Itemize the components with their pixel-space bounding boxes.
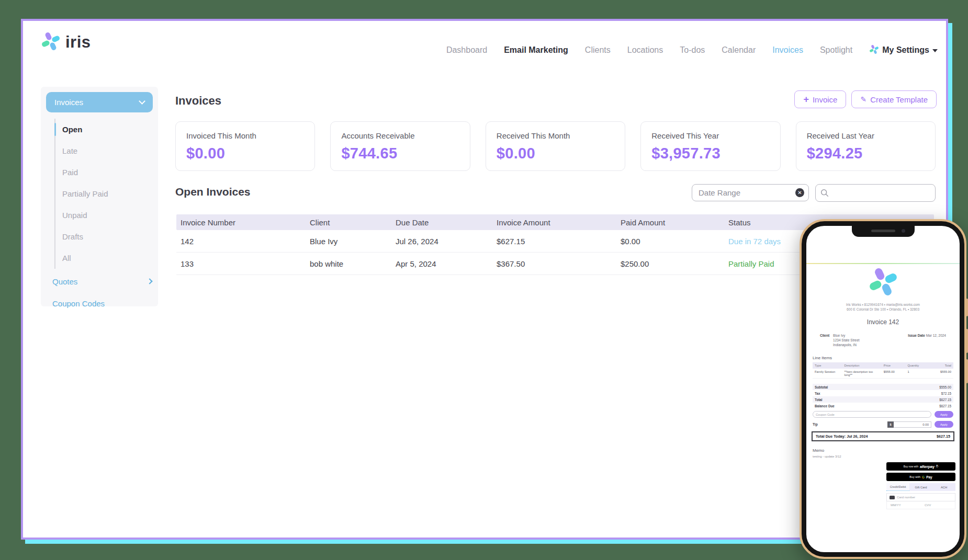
stat-card-accounts-receivable: Accounts Receivable $744.65 — [330, 121, 470, 171]
nav-spotlight[interactable]: Spotlight — [820, 45, 852, 55]
coupon-apply-button[interactable]: Apply — [935, 411, 953, 418]
gpay-button[interactable]: Buy with G Pay — [886, 473, 955, 481]
col-client: Client — [306, 218, 391, 227]
my-settings-menu[interactable]: My Settings — [869, 44, 938, 56]
create-template-button[interactable]: ✎ Create Template — [851, 90, 937, 108]
nav-email-marketing[interactable]: Email Marketing — [504, 45, 568, 55]
client-address: Blue Ivy 1234 State Street Indianapolis,… — [833, 333, 860, 347]
sidebar-item-all[interactable]: All — [55, 247, 158, 269]
invoice-top-accent-line — [806, 263, 960, 264]
nav-invoices[interactable]: Invoices — [772, 45, 803, 55]
clear-date-range-icon[interactable]: ✕ — [795, 188, 804, 197]
client-address1: 1234 State Street — [833, 338, 860, 342]
nav-clients[interactable]: Clients — [585, 45, 611, 55]
business-contact-info: Iris Works • 8129941674 • maria@iris-wor… — [806, 302, 960, 312]
stat-card-received-last-year: Received Last Year $294.25 — [796, 121, 936, 171]
tip-apply-button[interactable]: Apply — [935, 421, 953, 428]
cell-invoice-number: 133 — [176, 259, 306, 268]
new-invoice-label: Invoice — [813, 95, 838, 104]
expiry-cvv-row — [886, 501, 955, 509]
li-col-description: Description — [842, 362, 881, 369]
card-number-field — [886, 493, 955, 501]
stat-label: Invoiced This Month — [186, 131, 304, 140]
plus-icon: + — [803, 95, 809, 104]
tip-entry: $ Apply — [887, 421, 953, 428]
total-value: $627.15 — [939, 398, 951, 402]
line-items-header: Type Description Price Quantity Total — [813, 362, 953, 369]
sidebar-item-quotes[interactable]: Quotes — [52, 272, 152, 291]
top-nav: Dashboard Email Marketing Clients Locati… — [446, 44, 938, 56]
subtotal-value: $555.00 — [939, 385, 951, 389]
coupon-code-input[interactable] — [813, 411, 931, 418]
memo-section: Memo testing - update 3/12 — [813, 448, 953, 458]
phone-screen: Iris Works • 8129941674 • maria@iris-wor… — [806, 226, 960, 552]
balance-due-value: $627.15 — [939, 404, 951, 408]
tab-gift-card[interactable]: Gift Card — [909, 483, 932, 491]
tax-row: Tax $72.15 — [813, 390, 953, 396]
total-due-value: $627.15 — [937, 434, 950, 439]
invoices-sidebar: Invoices Open Late Paid Partially Paid U… — [41, 87, 158, 306]
sidebar-item-unpaid[interactable]: Unpaid — [55, 204, 158, 226]
sidebar-header-label: Invoices — [54, 98, 83, 107]
client-address2: Indianapolis, IN — [833, 342, 860, 347]
client-label: Client — [820, 333, 829, 347]
sidebar-item-late[interactable]: Late — [55, 140, 158, 162]
nav-calendar[interactable]: Calendar — [722, 45, 756, 55]
invoice-number-title: Invoice 142 — [806, 318, 960, 326]
sidebar-item-paid[interactable]: Paid — [55, 162, 158, 183]
expiry-input[interactable] — [887, 501, 921, 509]
date-range-filter: ✕ — [692, 184, 809, 202]
tip-amount-input[interactable] — [894, 421, 931, 428]
total-due-label: Total Due Today: Jul 26, 2024 — [816, 434, 868, 439]
new-invoice-button[interactable]: + Invoice — [794, 90, 846, 108]
phone-power-button — [966, 359, 968, 383]
open-invoices-title: Open Invoices — [175, 186, 251, 198]
tab-credit-debit[interactable]: Credit/Debit — [886, 483, 909, 491]
nav-dashboard[interactable]: Dashboard — [446, 45, 487, 55]
stat-label: Received Last Year — [807, 131, 925, 140]
business-line1: Iris Works • 8129941674 • maria@iris-wor… — [806, 302, 960, 307]
afterpay-loop-icon: ⥁ — [936, 464, 938, 468]
phone-volume-down-button — [966, 329, 968, 353]
cell-invoice-amount: $627.15 — [492, 237, 616, 246]
nav-locations[interactable]: Locations — [627, 45, 663, 55]
gpay-g-logo: G — [922, 475, 925, 479]
sidebar-invoices-dropdown[interactable]: Invoices — [46, 92, 153, 112]
li-type: Family Session — [813, 369, 842, 378]
card-number-input[interactable] — [897, 496, 952, 499]
afterpay-button[interactable]: Buy now with afterpay ⥁ — [886, 462, 955, 471]
iris-logo[interactable]: iris — [41, 31, 91, 53]
header-actions: + Invoice ✎ Create Template — [794, 90, 937, 108]
tab-ach[interactable]: ACH — [932, 483, 955, 491]
col-invoice-number: Invoice Number — [176, 218, 306, 227]
gpay-pay-label: Pay — [926, 475, 932, 479]
nav-todos[interactable]: To-dos — [680, 45, 705, 55]
tip-row: Tip $ Apply — [813, 421, 953, 428]
cell-invoice-amount: $367.50 — [492, 259, 616, 268]
cvv-input[interactable] — [921, 501, 955, 509]
chevron-right-icon — [147, 278, 152, 284]
subtotal-label: Subtotal — [815, 385, 828, 389]
total-label: Total — [815, 398, 823, 402]
li-col-type: Type — [813, 362, 842, 369]
cell-invoice-number: 142 — [176, 237, 306, 246]
sidebar-item-open[interactable]: Open — [55, 119, 158, 140]
coupon-row: Apply — [813, 411, 953, 418]
payment-method-tabs: Credit/Debit Gift Card ACH — [886, 483, 955, 491]
client-name: Blue Ivy — [833, 333, 860, 338]
stat-value: $3,957.73 — [651, 145, 769, 162]
date-range-input[interactable] — [692, 184, 809, 201]
col-invoice-amount: Invoice Amount — [492, 218, 616, 227]
invoice-search — [815, 184, 936, 202]
sidebar-item-drafts[interactable]: Drafts — [55, 226, 158, 247]
stat-value: $0.00 — [497, 145, 614, 162]
issue-date-block: Issue Date Mar 12, 2024 — [908, 333, 946, 347]
stat-value: $0.00 — [186, 145, 304, 162]
brand-name: iris — [65, 33, 91, 52]
sidebar-item-partially-paid[interactable]: Partially Paid — [55, 183, 158, 204]
sidebar-item-coupon-codes[interactable]: Coupon Codes — [52, 294, 152, 313]
search-input[interactable] — [815, 184, 936, 202]
li-total: $555.00 — [933, 369, 953, 378]
issue-date-label: Issue Date — [908, 334, 925, 337]
stat-value: $294.25 — [807, 145, 925, 162]
